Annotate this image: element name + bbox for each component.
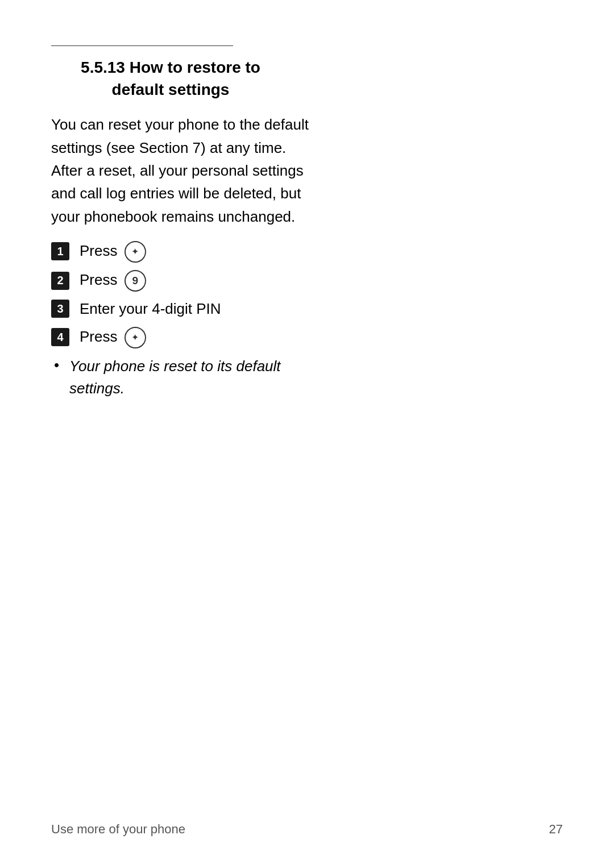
nav-icon-4 (125, 327, 146, 348)
page: 5.5.13 How to restore to default setting… (0, 0, 614, 868)
bullet-symbol: • (54, 356, 59, 374)
body-paragraph: You can reset your phone to the default … (51, 113, 313, 227)
step-4-text: Press (80, 326, 146, 348)
step-number-2: 2 (51, 272, 69, 290)
result-text: Your phone is reset to its default setti… (69, 355, 285, 400)
page-footer: Use more of your phone 27 (51, 822, 563, 837)
step-1: 1 Press (51, 240, 563, 263)
step-number-1: 1 (51, 242, 69, 260)
steps-list: 1 Press 2 Press 9 3 Enter your 4-digit P… (51, 240, 563, 348)
nav-icon-1 (125, 241, 146, 263)
footer-page-number: 27 (549, 822, 563, 837)
step-2: 2 Press 9 (51, 269, 563, 292)
result-bullet: • Your phone is reset to its default set… (54, 355, 563, 400)
key-9-icon: 9 (125, 270, 146, 292)
section-title: 5.5.13 How to restore to default setting… (51, 56, 290, 101)
footer-label: Use more of your phone (51, 822, 185, 837)
step-4: 4 Press (51, 326, 563, 348)
step-number-4: 4 (51, 328, 69, 346)
step-1-text: Press (80, 240, 146, 263)
step-3: 3 Enter your 4-digit PIN (51, 298, 563, 319)
step-2-text: Press 9 (80, 269, 146, 292)
step-number-3: 3 (51, 300, 69, 318)
step-3-text: Enter your 4-digit PIN (80, 298, 221, 319)
section-divider (51, 45, 233, 46)
